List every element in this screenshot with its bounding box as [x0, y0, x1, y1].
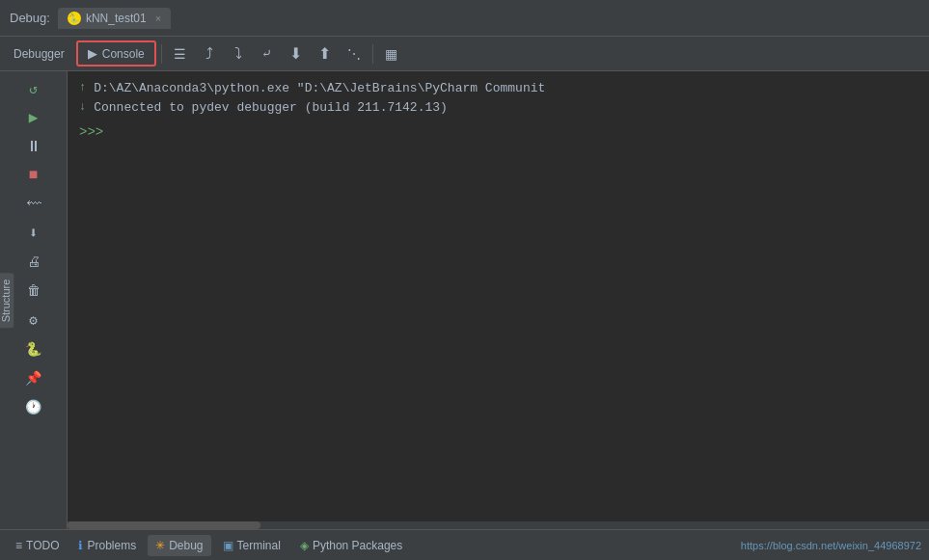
- grid-btn[interactable]: ▦: [378, 40, 405, 67]
- console-icon: ▶: [88, 46, 97, 61]
- console-line-1: ↑ D:\AZ\Anaconda3\python.exe "D:\AZ\JetB…: [79, 79, 917, 98]
- menu-btn[interactable]: ☰: [167, 40, 194, 67]
- debug-label: Debug:: [10, 11, 50, 25]
- problems-tab[interactable]: ℹ Problems: [70, 535, 144, 556]
- console-line-2: ↓ Connected to pydev debugger (build 211…: [79, 98, 917, 118]
- python-tab-icon: 🐍: [68, 12, 81, 25]
- arrow-up-icon: ↑: [79, 79, 86, 96]
- python-packages-tab[interactable]: ◈ Python Packages: [292, 535, 410, 556]
- debugger-tab-label: Debugger: [14, 47, 65, 61]
- terminal-icon: ▣: [223, 539, 233, 552]
- terminal-tab[interactable]: ▣ Terminal: [215, 535, 288, 556]
- history-btn[interactable]: 🕐: [20, 393, 47, 420]
- knn-tab[interactable]: 🐍 kNN_test01 ×: [58, 8, 171, 29]
- title-bar: Debug: 🐍 kNN_test01 ×: [0, 0, 929, 37]
- run-to-cursor-btn[interactable]: ⬇: [283, 40, 310, 67]
- print-btn[interactable]: 🖨: [20, 249, 47, 276]
- todo-tab[interactable]: ≡ TODO: [8, 535, 67, 556]
- pause-program-btn[interactable]: ⏸: [20, 133, 47, 160]
- left-sidebar: Structure ↺ ▶ ⏸ ■ ⬳ ⬇ 🖨 🗑 ⚙ 🐍 📌 🕐: [0, 71, 68, 529]
- console-area[interactable]: ↑ D:\AZ\Anaconda3\python.exe "D:\AZ\JetB…: [68, 71, 929, 529]
- evaluate-btn[interactable]: ⋱: [341, 40, 368, 67]
- resume-btn[interactable]: ⬆: [312, 40, 339, 67]
- structure-label: Structure: [0, 273, 14, 328]
- step-out-btn[interactable]: ⤶: [254, 40, 281, 67]
- h-scrollbar[interactable]: [68, 521, 929, 529]
- debug-label-status: Debug: [169, 539, 203, 552]
- restart-debug-btn[interactable]: ↺: [20, 75, 47, 102]
- python-packages-btn[interactable]: 🐍: [20, 335, 47, 362]
- delete-btn[interactable]: 🗑: [20, 278, 47, 305]
- tab-close-btn[interactable]: ×: [155, 13, 161, 24]
- step-down-btn[interactable]: ⬇: [20, 220, 47, 247]
- step-into-btn[interactable]: ⤵: [225, 40, 252, 67]
- console-line-2-text: Connected to pydev debugger (build 211.7…: [94, 98, 448, 118]
- console-tab[interactable]: ▶ Console: [76, 40, 156, 67]
- python-packages-icon: ◈: [300, 539, 309, 552]
- todo-label: TODO: [26, 539, 59, 552]
- separator-1: [161, 44, 162, 64]
- arrow-down-icon: ↓: [79, 98, 86, 116]
- step-over-btn[interactable]: ⤴: [196, 40, 223, 67]
- debug-tab[interactable]: ✳ Debug: [148, 535, 210, 556]
- python-packages-label: Python Packages: [313, 539, 402, 552]
- status-bar: ≡ TODO ℹ Problems ✳ Debug ▣ Terminal ◈ P…: [0, 529, 929, 560]
- console-tab-label: Console: [102, 47, 145, 61]
- problems-icon: ℹ: [78, 539, 83, 552]
- todo-icon: ≡: [15, 539, 22, 552]
- terminal-label: Terminal: [237, 539, 281, 552]
- pin-btn[interactable]: 📌: [20, 364, 47, 391]
- h-scrollbar-thumb[interactable]: [68, 521, 260, 529]
- debugger-tab[interactable]: Debugger: [4, 43, 74, 65]
- status-url[interactable]: https://blog.csdn.net/weixin_44968972: [741, 540, 921, 551]
- rerun-btn[interactable]: ⬳: [20, 191, 47, 218]
- toolbar: Debugger ▶ Console ☰ ⤴ ⤵ ⤶ ⬇ ⬆ ⋱ ▦: [0, 37, 929, 71]
- console-prompt[interactable]: >>>: [79, 124, 917, 140]
- debug-icon: ✳: [155, 539, 165, 552]
- resume-program-btn[interactable]: ▶: [20, 104, 47, 131]
- problems-label: Problems: [87, 539, 136, 552]
- console-line-1-text: D:\AZ\Anaconda3\python.exe "D:\AZ\JetBra…: [94, 79, 545, 98]
- main-area: Structure ↺ ▶ ⏸ ■ ⬳ ⬇ 🖨 🗑 ⚙ 🐍 📌 🕐 ↑ D:\A…: [0, 71, 929, 529]
- stop-btn[interactable]: ■: [20, 162, 47, 189]
- settings-btn[interactable]: ⚙: [20, 307, 47, 333]
- tab-name: kNN_test01: [86, 12, 147, 25]
- separator-2: [372, 44, 373, 64]
